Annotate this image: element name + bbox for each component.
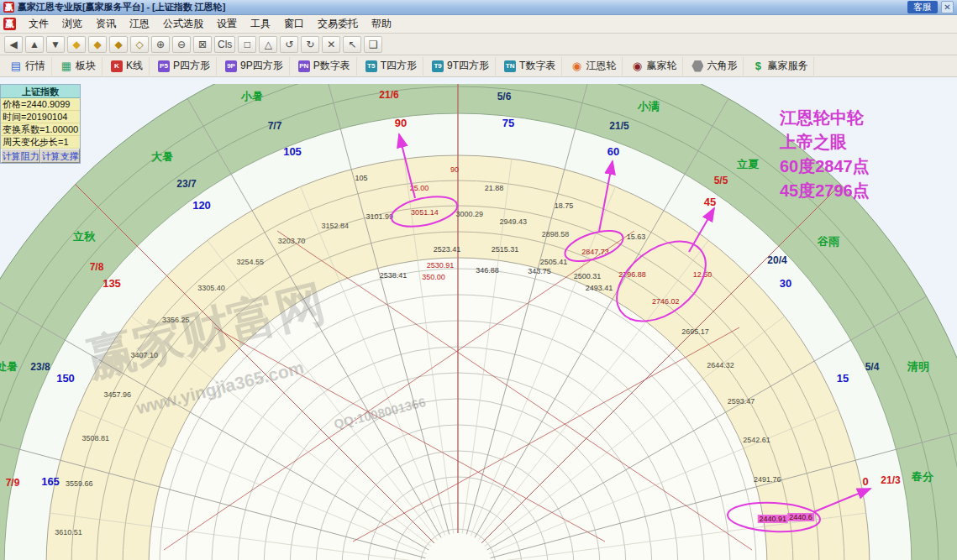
view-winner-service[interactable]: $赢家服务 <box>746 57 814 76</box>
note-tool-icon[interactable]: ❑ <box>364 36 382 53</box>
hexagon-icon <box>691 60 703 72</box>
quotes-label: 行情 <box>25 59 45 73</box>
winner-service-icon: $ <box>752 60 764 72</box>
winner-wheel-icon: ◉ <box>631 60 643 72</box>
diamond-amber-icon[interactable]: ◆ <box>109 36 128 53</box>
zoom-reset-icon[interactable]: ⊠ <box>193 36 212 53</box>
info-row: 时间=20190104 <box>1 111 80 123</box>
pointer-tool-icon[interactable]: ↖ <box>343 36 361 53</box>
info-row: 周天变化步长=1 <box>1 136 80 149</box>
kline-label: K线 <box>126 59 143 73</box>
views-toolbar: ▤行情▦板块KK线P5P四方形9P9P四方形PNP数字表T5T四方形T99T四方… <box>0 55 957 77</box>
app-logo-icon: 赢 <box>3 2 14 13</box>
menu-item-资讯[interactable]: 资讯 <box>89 15 123 33</box>
wheel-layer: 赢家财富网www.yingjia365.comQQ:1008001366 901… <box>0 84 957 560</box>
view-p-square[interactable]: P5P四方形 <box>152 57 217 76</box>
undo-icon[interactable]: ↺ <box>280 36 298 53</box>
winner-wheel-label: 赢家轮 <box>646 59 676 73</box>
view-winner-wheel[interactable]: ◉赢家轮 <box>625 57 683 76</box>
button-计算阻力[interactable]: 计算阻力 <box>1 149 40 163</box>
view-p-table[interactable]: PNP数字表 <box>292 57 357 76</box>
menu-items: 文件浏览资讯江恩公式选股设置工具窗口交易委托帮助 <box>22 15 398 33</box>
gann-wheel-icon: ◉ <box>571 60 582 72</box>
menu-item-交易委托[interactable]: 交易委托 <box>311 15 365 33</box>
gann-wheel-canvas[interactable] <box>0 84 957 560</box>
diamond-yellow-icon[interactable]: ◆ <box>67 36 86 53</box>
menu-item-文件[interactable]: 文件 <box>22 15 55 33</box>
menu-item-江恩[interactable]: 江恩 <box>123 15 156 33</box>
view-9t-square[interactable]: T99T四方形 <box>426 57 496 76</box>
9t-square-icon: T9 <box>432 60 444 72</box>
up-icon[interactable]: ▲ <box>25 36 44 53</box>
p-table-label: P数字表 <box>313 59 350 73</box>
gann-wheel-chart[interactable]: 赢家财富网www.yingjia365.comQQ:1008001366 901… <box>0 77 957 560</box>
kline-icon: K <box>111 60 123 72</box>
back-icon[interactable]: ◀ <box>4 36 23 53</box>
9p-square-icon: 9P <box>225 60 237 72</box>
t-table-icon: TN <box>504 60 516 72</box>
down-icon[interactable]: ▼ <box>46 36 65 53</box>
view-9p-square[interactable]: 9P9P四方形 <box>219 57 290 76</box>
9t-square-label: 9T四方形 <box>447 59 489 73</box>
diamond-gold-icon[interactable]: ◆ <box>88 36 107 53</box>
view-kline[interactable]: KK线 <box>105 57 150 76</box>
calc-buttons: 计算阻力计算支撑 <box>1 149 80 163</box>
view-t-table[interactable]: TNT数字表 <box>498 57 562 76</box>
index-info-panel: 上证指数 价格=2440.9099时间=20190104变换系数=1.00000… <box>0 84 81 164</box>
redo-icon[interactable]: ↻ <box>301 36 319 53</box>
hexagon-label: 六角形 <box>707 59 737 73</box>
info-row: 价格=2440.9099 <box>1 98 80 111</box>
zoom-in-icon[interactable]: ⊕ <box>151 36 170 53</box>
view-t-square[interactable]: T5T四方形 <box>360 57 423 76</box>
button-计算支撑[interactable]: 计算支撑 <box>40 149 80 163</box>
view-quotes[interactable]: ▤行情 <box>4 57 52 76</box>
erase-tool-icon[interactable]: ✕ <box>322 36 340 53</box>
menu-item-窗口[interactable]: 窗口 <box>277 15 311 33</box>
sectors-icon: ▦ <box>60 60 72 72</box>
t-square-label: T四方形 <box>381 59 417 73</box>
zoom-out-icon[interactable]: ⊖ <box>172 36 191 53</box>
cls-button[interactable]: Cls <box>214 36 235 53</box>
t-square-icon: T5 <box>365 60 377 72</box>
index-name: 上证指数 <box>1 85 80 98</box>
title-bar: 赢 赢家江恩专业版[赢家服务平台] - [上证指数 江恩轮] 客服 ✕ <box>0 0 957 15</box>
gann-wheel-label: 江恩轮 <box>586 59 616 73</box>
9p-square-label: 9P四方形 <box>240 59 283 73</box>
drawing-toolbar: ◀▲▼◆◆◆◇⊕⊖⊠Cls□△↺↻✕↖❑ <box>0 34 957 55</box>
quotes-icon: ▤ <box>10 60 22 72</box>
sectors-label: 板块 <box>76 59 96 73</box>
menu-bar: 赢 文件浏览资讯江恩公式选股设置工具窗口交易委托帮助 <box>0 15 957 34</box>
menu-item-帮助[interactable]: 帮助 <box>365 15 398 33</box>
diamond-outline-icon[interactable]: ◇ <box>130 36 149 53</box>
index-info-rows: 价格=2440.9099时间=20190104变换系数=1.00000周天变化步… <box>1 98 80 149</box>
view-hexagon[interactable]: 六角形 <box>686 57 744 76</box>
t-table-label: T数字表 <box>519 59 555 73</box>
menu-item-工具[interactable]: 工具 <box>244 15 277 33</box>
menu-item-公式选股[interactable]: 公式选股 <box>156 15 210 33</box>
view-sectors[interactable]: ▦板块 <box>55 57 103 76</box>
triangle-tool-icon[interactable]: △ <box>259 36 277 53</box>
view-gann-wheel[interactable]: ◉江恩轮 <box>565 57 623 76</box>
p-square-icon: P5 <box>158 60 170 72</box>
window-title: 赢家江恩专业版[赢家服务平台] - [上证指数 江恩轮] <box>18 1 225 13</box>
p-square-label: P四方形 <box>173 59 210 73</box>
p-table-icon: PN <box>298 60 310 72</box>
menu-item-设置[interactable]: 设置 <box>210 15 244 33</box>
close-icon[interactable]: ✕ <box>941 1 954 13</box>
menu-item-浏览[interactable]: 浏览 <box>55 15 89 33</box>
info-row: 变换系数=1.00000 <box>1 123 80 136</box>
rect-tool-icon[interactable]: □ <box>238 36 256 53</box>
menu-logo-icon: 赢 <box>3 18 16 30</box>
customer-service-button[interactable]: 客服 <box>907 1 938 13</box>
winner-service-label: 赢家服务 <box>767 59 807 73</box>
